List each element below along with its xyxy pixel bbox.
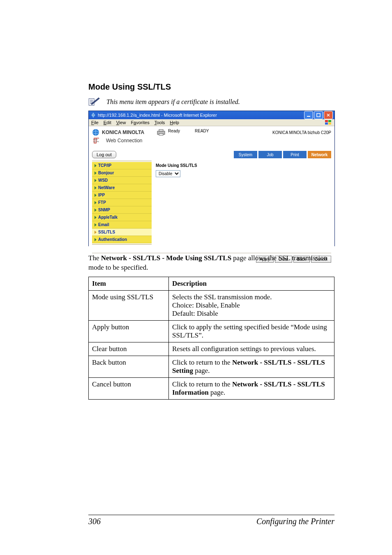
tab-print[interactable]: Print: [283, 151, 307, 158]
tab-network[interactable]: Network: [308, 151, 331, 158]
table-row: Apply button Click to apply the setting …: [89, 320, 334, 342]
triangle-icon: [95, 171, 97, 175]
sidebar-item-ftp[interactable]: FTP: [92, 199, 152, 206]
sidebar-item-ssltls[interactable]: SSL/TLS: [92, 229, 152, 236]
window-title: http://192.168.1.2/a_index.html - Micros…: [98, 113, 217, 118]
svg-rect-18: [159, 130, 163, 131]
menu-view[interactable]: View: [116, 120, 126, 125]
triangle-icon: [95, 179, 97, 182]
status-value: READY: [195, 129, 209, 133]
note-icon: [88, 97, 101, 106]
svg-rect-7: [317, 113, 320, 117]
footer-title: Configuring the Printer: [256, 517, 334, 526]
menu-edit[interactable]: Edit: [104, 120, 111, 125]
status-label: Ready: [168, 129, 180, 133]
description-table: Item Description Mode using SSL/TLS Sele…: [88, 277, 334, 400]
printer-icon: [157, 129, 166, 136]
close-button[interactable]: [324, 111, 333, 119]
maximize-button[interactable]: [314, 111, 323, 119]
title-bar: http://192.168.1.2/a_index.html - Micros…: [89, 111, 334, 119]
page-footer: 306 Configuring the Printer: [88, 515, 334, 526]
triangle-icon: [95, 194, 97, 197]
sidebar-item-bonjour[interactable]: Bonjour: [92, 169, 152, 177]
table-row: Mode using SSL/TLS Selects the SSL trans…: [89, 290, 334, 320]
triangle-icon: [95, 164, 97, 167]
svg-rect-10: [325, 123, 328, 125]
svg-text:SCOPE: SCOPE: [93, 141, 99, 143]
triangle-icon: [95, 231, 97, 234]
note-row: This menu item appears if a certificate …: [88, 97, 334, 106]
svg-rect-6: [307, 116, 310, 117]
mode-select[interactable]: Disable: [156, 170, 180, 177]
sidebar-item-netware[interactable]: NetWare: [92, 184, 152, 192]
sidebar-item-ipp[interactable]: IPP: [92, 192, 152, 199]
brand-sub: Web Connection: [106, 138, 143, 143]
sidebar-item-snmp[interactable]: SNMP: [92, 206, 152, 214]
sidebar-item-wsd[interactable]: WSD: [92, 177, 152, 184]
menu-help[interactable]: Help: [170, 120, 179, 125]
th-description: Description: [169, 277, 334, 290]
triangle-icon: [95, 216, 97, 219]
sidebar: TCP/IP Bonjour WSD NetWare IPP FTP SNMP …: [92, 161, 152, 245]
model-label: KONICA MINOLTA bizhub C20P: [272, 129, 331, 135]
svg-rect-11: [328, 123, 331, 125]
pagescope-icon: PAGESCOPE: [92, 138, 104, 143]
tab-job[interactable]: Job: [258, 151, 282, 158]
ie-icon: [90, 112, 96, 118]
brand-name: KONICA MINOLTA: [102, 130, 144, 135]
table-row: Clear button Resets all configuration se…: [89, 342, 334, 356]
svg-rect-9: [328, 120, 331, 122]
table-row: Back button Click to return to the Netwo…: [89, 356, 334, 377]
section-heading: Mode Using SSL/TLS: [88, 82, 334, 92]
sidebar-item-appletalk[interactable]: AppleTalk: [92, 214, 152, 221]
triangle-icon: [95, 201, 97, 204]
table-row: Cancel button Click to return to the Net…: [89, 377, 334, 399]
th-item: Item: [89, 277, 169, 290]
menu-bar: File Edit View Favorites Tools Help: [89, 119, 334, 126]
triangle-icon: [95, 238, 97, 241]
svg-rect-19: [159, 134, 163, 135]
menu-favorites[interactable]: Favorites: [131, 120, 149, 125]
menu-file[interactable]: File: [91, 120, 99, 125]
logout-button[interactable]: Log out: [92, 151, 116, 158]
brand-globe-icon: [92, 129, 99, 136]
triangle-icon: [95, 223, 97, 227]
screenshot-window: http://192.168.1.2/a_index.html - Micros…: [88, 111, 335, 246]
minimize-button[interactable]: [304, 111, 313, 119]
page-number: 306: [88, 517, 101, 526]
triangle-icon: [95, 208, 97, 212]
main-panel-title: Mode Using SSL/TLS: [156, 163, 327, 168]
menu-tools[interactable]: Tools: [154, 120, 165, 125]
tab-system[interactable]: System: [234, 151, 257, 158]
sidebar-item-authentication[interactable]: Authentication: [92, 236, 152, 243]
sidebar-item-tcpip[interactable]: TCP/IP: [92, 162, 152, 169]
triangle-icon: [95, 186, 97, 190]
windows-flag-icon: [325, 119, 332, 126]
svg-rect-8: [325, 120, 328, 122]
sidebar-item-email[interactable]: Email: [92, 221, 152, 229]
note-text: This menu item appears if a certificate …: [106, 98, 240, 106]
